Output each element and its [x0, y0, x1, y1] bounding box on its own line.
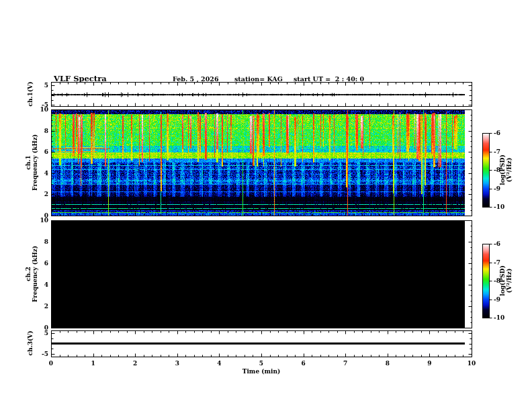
ch1-freq-tick-label: 4 [36, 170, 48, 177]
ch1-voltage-axis-label: ch.1(V) [27, 82, 34, 107]
ch1-freq-tick-label: 0 [36, 212, 48, 219]
date-label: Feb. 5 , 2026 [173, 75, 219, 83]
ch2-freq-tick-label: 4 [36, 281, 48, 288]
x-tick-label: 0 [49, 360, 53, 367]
start-ut-label: start UT = 2 : 40: 0 [294, 75, 364, 83]
colorbar1-tick-label: -7 [494, 148, 500, 155]
ch2-freq-tick-label: 8 [36, 238, 48, 245]
x-tick-label: 1 [91, 360, 95, 367]
ch1-volt-tick-label: 5 [36, 82, 48, 89]
ch3-voltage-axis-label: ch.3(V) [27, 331, 34, 356]
spectra-plot-canvas [0, 0, 532, 411]
colorbar2-tick-label: -7 [494, 259, 500, 266]
station-label: station= KAG [234, 75, 283, 83]
colorbar2-psd-label: log(PSD)(V²/Hz) [499, 265, 513, 295]
colorbar2-tick-label: -6 [494, 240, 500, 247]
colorbar1-tick-label: -10 [494, 203, 504, 210]
colorbar1-tick-label: -6 [494, 130, 500, 136]
x-tick-label: 5 [259, 360, 263, 367]
page-title: VLF Spectra [54, 74, 107, 83]
colorbar2-tick-label: -10 [494, 314, 504, 321]
x-tick-label: 7 [343, 360, 347, 367]
ch2-frequency-axis-label: ch.2 Frequency (kHz) [25, 246, 38, 302]
colorbar1-psd-label: log(PSD)(V²/Hz) [499, 154, 513, 185]
colorbar2-tick-label: -9 [494, 296, 500, 303]
ch3-volt-tick-label: -5 [36, 351, 48, 357]
ch3-volt-tick-label: 5 [36, 330, 48, 336]
colorbar1-tick-label: -9 [494, 185, 500, 192]
x-tick-label: 2 [133, 360, 137, 367]
x-tick-label: 6 [301, 360, 305, 367]
x-tick-label: 4 [217, 360, 221, 367]
ch1-freq-tick-label: 6 [36, 148, 48, 155]
colorbar2-tick-label: -8 [494, 277, 500, 284]
ch1-freq-tick-label: 2 [36, 191, 48, 197]
x-tick-label: 8 [386, 360, 390, 367]
ch1-freq-tick-label: 8 [36, 128, 48, 134]
ch2-freq-tick-label: 6 [36, 260, 48, 267]
x-tick-label: 3 [175, 360, 179, 367]
ch1-frequency-axis-label: ch.1 Frequency (kHz) [25, 134, 38, 191]
x-tick-label: 10 [468, 360, 476, 367]
ch1-volt-tick-label: -5 [36, 101, 48, 108]
colorbar1-tick-label: -8 [494, 167, 500, 173]
x-tick-label: 9 [427, 360, 431, 367]
ch2-freq-tick-label: 2 [36, 303, 48, 310]
time-axis-label: Time (min) [242, 368, 281, 375]
vlf-spectra-figure: VLF Spectra Feb. 5 , 2026 station= KAG s… [0, 0, 532, 411]
